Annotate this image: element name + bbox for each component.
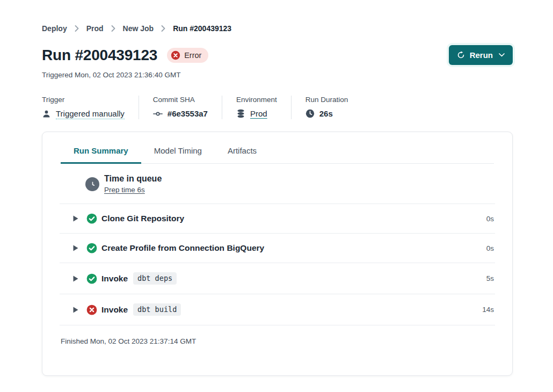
run-metadata: Trigger Triggered manually Commit SHA #6… <box>42 96 513 119</box>
meta-commit-sha: Commit SHA #6e3553a7 <box>139 96 222 119</box>
step-row-create-profile: Create Profile from Connection BigQuery … <box>60 234 495 263</box>
rerun-button[interactable]: Rerun <box>449 45 513 65</box>
refresh-icon <box>457 51 465 59</box>
step-duration: 14s <box>482 306 494 314</box>
x-circle-icon <box>171 50 180 60</box>
meta-trigger-label: Trigger <box>42 96 125 104</box>
step-row-dbt-build: Invoke dbt build 14s <box>60 294 495 325</box>
step-row-dbt-deps: Invoke dbt deps 5s <box>60 263 495 294</box>
expand-triangle-icon[interactable] <box>73 245 78 251</box>
breadcrumb-item-prod[interactable]: Prod <box>86 24 104 33</box>
step-label: Invoke <box>101 274 128 284</box>
duration-value: 26s <box>319 109 333 118</box>
step-label: Clone Git Repository <box>101 214 184 223</box>
status-badge: Error <box>167 48 208 63</box>
clock-icon <box>305 109 315 118</box>
expand-triangle-icon[interactable] <box>73 215 78 222</box>
run-summary-card: Run Summary Model Timing Artifacts Time … <box>42 132 513 376</box>
commit-sha-value: #6e3553a7 <box>168 109 208 118</box>
tab-artifacts[interactable]: Artifacts <box>215 146 270 164</box>
tab-run-summary[interactable]: Run Summary <box>61 146 141 164</box>
clock-icon <box>85 177 99 191</box>
expand-triangle-icon[interactable] <box>73 275 78 282</box>
step-command-chip: dbt deps <box>133 272 177 285</box>
check-circle-icon <box>86 243 97 253</box>
environment-link[interactable]: Prod <box>250 109 267 118</box>
step-duration: 5s <box>486 274 494 282</box>
prep-time-link[interactable]: Prep time 6s <box>104 186 145 194</box>
chevron-right-icon <box>161 25 165 32</box>
breadcrumb-item-new-job[interactable]: New Job <box>123 24 154 33</box>
queue-row: Time in queue Prep time 6s <box>60 164 495 204</box>
rerun-button-label: Rerun <box>470 50 493 60</box>
check-circle-icon <box>86 213 97 224</box>
chevron-right-icon <box>75 25 79 32</box>
check-circle-icon <box>86 273 97 284</box>
triggered-timestamp: Triggered Mon, 02 Oct 2023 21:36:40 GMT <box>42 71 513 79</box>
status-badge-label: Error <box>184 51 201 60</box>
page-title: Run #200439123 <box>42 47 157 64</box>
queue-title: Time in queue <box>104 174 162 184</box>
breadcrumb: Deploy Prod New Job Run #200439123 <box>42 24 513 33</box>
person-icon <box>42 110 51 119</box>
step-label: Invoke <box>101 305 128 315</box>
tab-bar: Run Summary Model Timing Artifacts <box>61 132 494 164</box>
expand-triangle-icon[interactable] <box>73 307 78 313</box>
step-duration: 0s <box>486 215 494 223</box>
page-header: Run #200439123 Error Rerun <box>42 45 513 65</box>
breadcrumb-current: Run #200439123 <box>173 24 231 33</box>
breadcrumb-item-deploy[interactable]: Deploy <box>42 24 67 33</box>
meta-run-duration: Run Duration 26s <box>291 96 362 119</box>
step-row-clone-git: Clone Git Repository 0s <box>60 204 495 234</box>
x-circle-icon <box>86 304 97 315</box>
finished-timestamp: Finished Mon, 02 Oct 2023 21:37:14 GMT <box>60 325 495 345</box>
step-duration: 0s <box>486 244 494 252</box>
chevron-right-icon <box>111 25 115 32</box>
chevron-down-icon <box>499 53 505 57</box>
run-detail-page: Deploy Prod New Job Run #200439123 Run #… <box>0 0 553 376</box>
tab-model-timing[interactable]: Model Timing <box>141 146 215 164</box>
meta-environment: Environment Prod <box>222 96 291 119</box>
meta-commit-label: Commit SHA <box>153 96 208 104</box>
step-command-chip: dbt build <box>133 303 181 316</box>
commit-icon <box>153 110 163 118</box>
database-icon <box>236 109 245 118</box>
meta-duration-label: Run Duration <box>305 96 348 104</box>
meta-trigger: Trigger Triggered manually <box>42 96 139 119</box>
step-label: Create Profile from Connection BigQuery <box>101 243 264 253</box>
trigger-value[interactable]: Triggered manually <box>56 109 125 119</box>
meta-environment-label: Environment <box>236 96 277 104</box>
